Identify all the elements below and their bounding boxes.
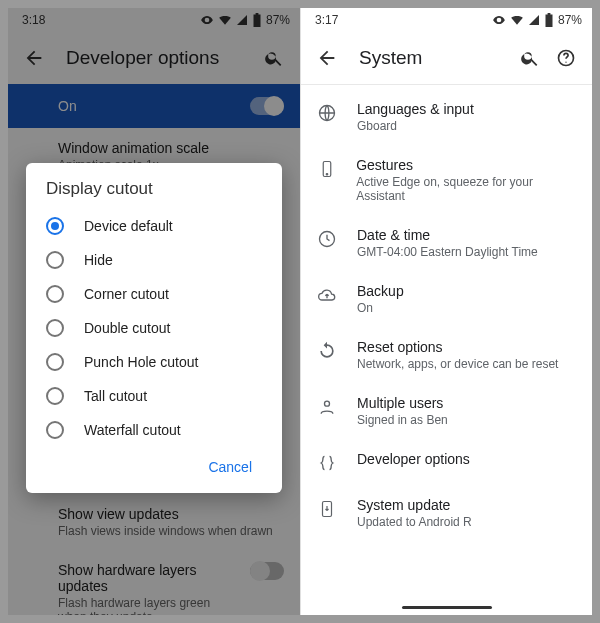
search-button[interactable] (512, 40, 548, 76)
back-button[interactable] (309, 40, 345, 76)
radio-option-hide[interactable]: Hide (36, 243, 272, 277)
item-languages[interactable]: Languages & input Gboard (301, 89, 592, 145)
wifi-icon (510, 13, 524, 27)
system-update-icon (318, 499, 336, 519)
radio-option-corner[interactable]: Corner cutout (36, 277, 272, 311)
nav-handle[interactable] (402, 606, 492, 609)
item-datetime[interactable]: Date & time GMT-04:00 Eastern Daylight T… (301, 215, 592, 271)
svg-point-6 (325, 401, 330, 406)
status-battery: 87% (558, 13, 582, 27)
radio-icon (46, 319, 64, 337)
radio-icon (46, 217, 64, 235)
item-reset[interactable]: Reset options Network, apps, or device c… (301, 327, 592, 383)
reset-icon (317, 341, 337, 361)
item-gestures[interactable]: Gestures Active Edge on, squeeze for you… (301, 145, 592, 215)
display-cutout-dialog: Display cutout Device default Hide Corne… (26, 163, 282, 493)
radio-icon (46, 353, 64, 371)
clock-icon (317, 229, 337, 249)
phone-icon (318, 159, 336, 179)
svg-point-4 (326, 174, 328, 176)
braces-icon (317, 453, 337, 473)
radio-option-tall[interactable]: Tall cutout (36, 379, 272, 413)
radio-icon (46, 421, 64, 439)
radio-option-waterfall[interactable]: Waterfall cutout (36, 413, 272, 447)
cloud-upload-icon (317, 285, 337, 305)
eye-icon (492, 13, 506, 27)
item-system-update[interactable]: System update Updated to Android R (301, 485, 592, 541)
page-title: System (359, 47, 512, 69)
dialog-title: Display cutout (36, 179, 272, 209)
status-time: 3:17 (315, 13, 338, 27)
svg-point-1 (565, 62, 566, 63)
item-developer-options[interactable]: Developer options (301, 439, 592, 485)
signal-icon (528, 14, 540, 26)
app-bar: System (301, 32, 592, 84)
radio-icon (46, 387, 64, 405)
help-icon (556, 48, 576, 68)
person-icon (317, 397, 337, 417)
item-users[interactable]: Multiple users Signed in as Ben (301, 383, 592, 439)
radio-option-default[interactable]: Device default (36, 209, 272, 243)
radio-icon (46, 285, 64, 303)
radio-option-punch[interactable]: Punch Hole cutout (36, 345, 272, 379)
cancel-button[interactable]: Cancel (200, 453, 260, 481)
item-backup[interactable]: Backup On (301, 271, 592, 327)
arrow-back-icon (316, 47, 338, 69)
radio-icon (46, 251, 64, 269)
battery-icon (544, 13, 554, 27)
radio-option-double[interactable]: Double cutout (36, 311, 272, 345)
help-button[interactable] (548, 40, 584, 76)
globe-icon (317, 103, 337, 123)
search-icon (520, 48, 540, 68)
status-bar: 3:17 87% (301, 8, 592, 32)
